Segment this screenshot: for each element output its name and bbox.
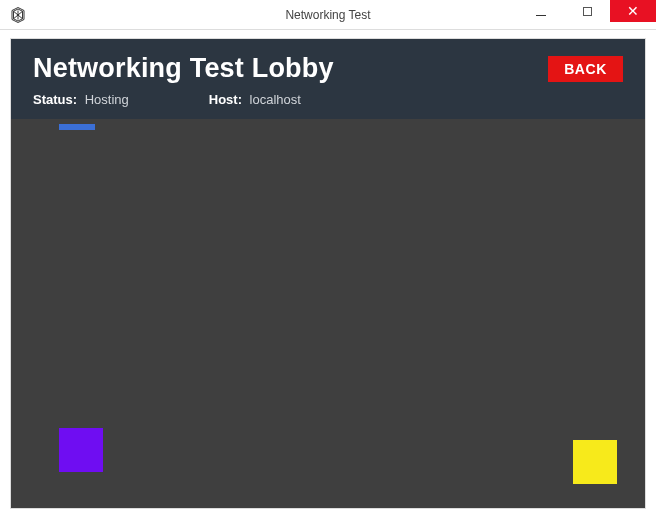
window-content: Networking Test Lobby BACK Status: Hosti…	[0, 30, 656, 519]
maximize-button[interactable]	[564, 0, 610, 22]
lobby-header: Networking Test Lobby BACK Status: Hosti…	[11, 39, 645, 119]
player-purple[interactable]	[59, 428, 103, 472]
back-button[interactable]: BACK	[548, 56, 623, 82]
host-value: localhost	[250, 92, 301, 107]
game-canvas: Networking Test Lobby BACK Status: Hosti…	[10, 38, 646, 509]
status-value: Hosting	[85, 92, 129, 107]
lobby-title: Networking Test Lobby	[33, 53, 334, 84]
status-field: Status: Hosting	[33, 92, 129, 107]
lobby-status-row: Status: Hosting Host: localhost	[33, 92, 623, 107]
close-button[interactable]: ✕	[610, 0, 656, 22]
minimize-button[interactable]	[518, 0, 564, 22]
player-blue[interactable]	[59, 124, 95, 130]
window-titlebar: Networking Test ✕	[0, 0, 656, 30]
unity-icon	[6, 3, 30, 27]
host-field: Host: localhost	[209, 92, 301, 107]
host-label: Host:	[209, 92, 242, 107]
player-yellow[interactable]	[573, 440, 617, 484]
status-label: Status:	[33, 92, 77, 107]
game-area[interactable]	[11, 124, 645, 508]
window-controls: ✕	[518, 0, 656, 29]
window-title: Networking Test	[285, 8, 370, 22]
